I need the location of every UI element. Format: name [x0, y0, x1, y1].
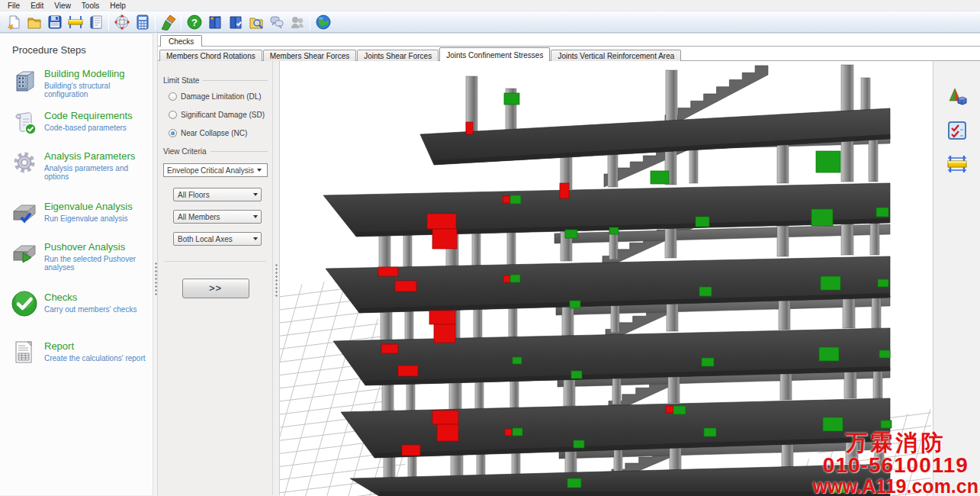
- open-project-button[interactable]: [24, 12, 44, 32]
- chip-check-icon: [11, 199, 40, 230]
- sidebar-item-pushover-analysis[interactable]: Pushover Analysis Run the selected Pusho…: [11, 240, 153, 272]
- view-criteria-group-label: View Criteria: [163, 147, 268, 156]
- support-button-disabled: [287, 12, 307, 32]
- checks-options-panel: Limit State Damage Limitation (DL) Signi…: [158, 61, 273, 495]
- model-view-button[interactable]: [111, 12, 132, 32]
- model-3d-viewport[interactable]: [280, 61, 933, 495]
- new-project-button[interactable]: [3, 12, 24, 32]
- building-icon: [11, 66, 40, 97]
- gear-icon: [11, 149, 40, 179]
- view-toolbar-right: [933, 61, 980, 495]
- tab-checks[interactable]: Checks: [160, 35, 202, 47]
- floors-filter-dropdown[interactable]: All Floors: [173, 188, 262, 201]
- tab-members-shear-forces[interactable]: Members Shear Forces: [263, 50, 356, 61]
- example-search-button[interactable]: [246, 12, 266, 32]
- step-subtitle: Create the calculations' report: [44, 354, 146, 362]
- tab-joints-shear-forces[interactable]: Joints Shear Forces: [357, 50, 439, 61]
- tab-members-chord-rotations[interactable]: Members Chord Rotations: [159, 50, 262, 61]
- step-subtitle: Carry out members' checks: [44, 305, 137, 314]
- apply-button[interactable]: >>: [182, 279, 249, 298]
- sidebar-item-eigenvalue-analysis[interactable]: Eigenvalue Analysis Run Eigenvalue analy…: [11, 199, 153, 230]
- chip-play-icon: [11, 240, 40, 270]
- sidebar-item-building-modelling[interactable]: Building Modelling Building's structural…: [11, 66, 153, 98]
- local-axes-filter-dropdown[interactable]: Both Local Axes: [173, 232, 262, 246]
- step-subtitle: Run the selected Pushover analyses: [44, 255, 153, 272]
- help-button[interactable]: ?: [184, 12, 204, 32]
- menu-bar: File Edit View Tools Help: [0, 0, 980, 11]
- radio-damage-limitation[interactable]: Damage Limitation (DL): [169, 92, 268, 101]
- sidebar-item-checks[interactable]: Checks Carry out members' checks: [11, 290, 153, 320]
- sidebar-splitter[interactable]: [153, 33, 158, 495]
- menu-view[interactable]: View: [49, 1, 76, 11]
- limit-state-group-label: Limit State: [163, 76, 268, 85]
- step-subtitle: Analysis parameters and options: [44, 164, 153, 181]
- envelope-value: Critical Analysis: [201, 166, 254, 175]
- green-check-icon: [11, 290, 40, 320]
- step-subtitle: Run Eigenvalue analysis: [44, 214, 133, 223]
- dropdown-value: All Floors: [178, 191, 250, 199]
- 3d-objects-button[interactable]: [944, 84, 970, 110]
- sidebar-item-report[interactable]: Report Create the calculations' report: [11, 339, 153, 369]
- procedure-steps-sidebar: Procedure Steps Building Modelling Build…: [0, 33, 153, 495]
- main-area: Checks Members Chord Rotations Members S…: [158, 33, 980, 495]
- step-title: Report: [44, 339, 146, 352]
- frame-editor-button[interactable]: [65, 12, 85, 32]
- website-button[interactable]: [313, 12, 333, 32]
- radio-significant-damage[interactable]: Significant Damage (SD): [169, 111, 268, 119]
- toolbar-separator: [155, 14, 156, 31]
- parent-tab-strip: Checks: [158, 34, 980, 47]
- panel-splitter[interactable]: [273, 61, 280, 495]
- step-title: Pushover Analysis: [44, 240, 153, 253]
- dropdown-value: Both Local Axes: [178, 235, 250, 243]
- step-subtitle: Code-based parameters: [44, 124, 133, 132]
- checks-list-button[interactable]: [944, 118, 970, 143]
- step-subtitle: Building's structural configuration: [44, 82, 153, 98]
- manual-button[interactable]: [204, 12, 225, 32]
- envelope-label: Envelope: [164, 166, 201, 175]
- toolbar-separator: [181, 14, 182, 31]
- model-3d-view[interactable]: [280, 61, 931, 496]
- report-button[interactable]: [85, 12, 106, 32]
- splitter-grip: [155, 262, 157, 297]
- scroll-check-icon: [11, 108, 40, 139]
- svg-text:?: ?: [191, 17, 198, 28]
- sidebar-item-analysis-parameters[interactable]: Analysis Parameters Analysis parameters …: [11, 149, 153, 181]
- radio-circle[interactable]: [169, 111, 177, 119]
- chevron-down-icon: [253, 237, 258, 240]
- sidebar-title: Procedure Steps: [12, 44, 153, 56]
- chevron-down-icon: [253, 193, 258, 196]
- step-title: Checks: [44, 290, 137, 303]
- save-project-button[interactable]: [44, 12, 65, 32]
- menu-tools[interactable]: Tools: [76, 1, 104, 11]
- step-title: Analysis Parameters: [44, 149, 153, 162]
- envelope-selector[interactable]: Envelope Critical Analysis: [163, 163, 268, 177]
- forum-button[interactable]: [266, 12, 287, 32]
- application-window: File Edit View Tools Help: [0, 0, 980, 496]
- radio-label: Significant Damage (SD): [181, 111, 265, 119]
- panel-divider: [165, 261, 266, 262]
- menu-edit[interactable]: Edit: [25, 1, 49, 11]
- tab-joints-vertical-reinforcement-area[interactable]: Joints Vertical Reinforcement Area: [551, 50, 681, 61]
- sidebar-item-code-requirements[interactable]: Code Requirements Code-based parameters: [11, 108, 153, 139]
- members-filter-dropdown[interactable]: All Members: [173, 210, 262, 224]
- calculator-button[interactable]: [132, 12, 153, 32]
- radio-circle[interactable]: [169, 92, 177, 101]
- step-title: Code Requirements: [44, 108, 133, 121]
- main-toolbar: ?: [0, 11, 980, 33]
- radio-circle[interactable]: [169, 129, 177, 137]
- radio-near-collapse[interactable]: Near Collapse (NC): [169, 129, 268, 137]
- step-title: Building Modelling: [44, 66, 153, 79]
- chevron-down-icon: [253, 215, 258, 218]
- tutorial-button[interactable]: [225, 12, 246, 32]
- sub-tab-strip: Members Chord Rotations Members Shear Fo…: [158, 47, 980, 61]
- checks-brush-button[interactable]: [158, 12, 178, 32]
- tab-joints-confinement-stresses[interactable]: Joints Confinement Stresses: [439, 47, 550, 61]
- frame-view-button[interactable]: [944, 151, 970, 177]
- toolbar-separator: [310, 14, 310, 31]
- radio-label: Near Collapse (NC): [181, 129, 247, 137]
- chevron-down-icon: [257, 169, 262, 172]
- menu-help[interactable]: Help: [104, 1, 131, 11]
- menu-file[interactable]: File: [2, 1, 25, 11]
- report-page-icon: [11, 339, 40, 369]
- splitter-grip: [275, 263, 278, 298]
